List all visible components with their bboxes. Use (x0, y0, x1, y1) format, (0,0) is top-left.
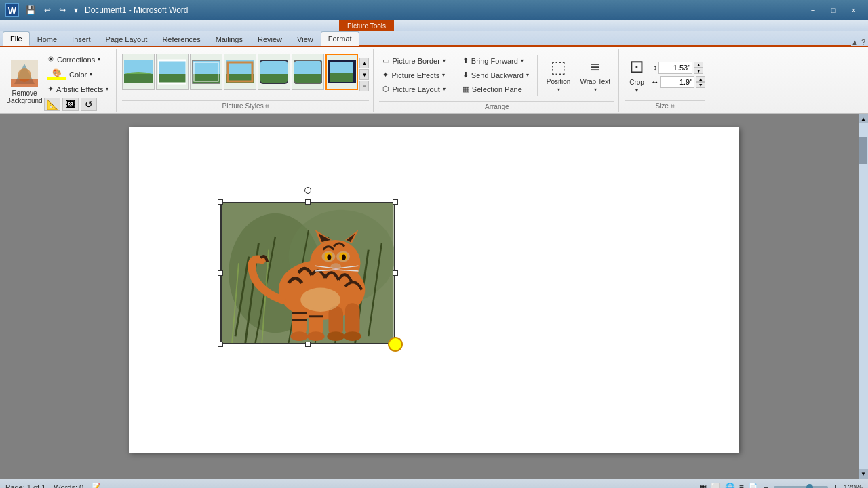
picture-styles-dialog-launcher[interactable]: ⌗ (265, 102, 269, 110)
height-spin-down[interactable]: ▼ (694, 68, 703, 74)
style-thumb-4[interactable] (224, 54, 256, 90)
scroll-track (859, 123, 868, 469)
style-thumb-1[interactable] (122, 54, 155, 90)
tab-insert[interactable]: Insert (64, 31, 98, 46)
gallery-down-button[interactable]: ▼ (359, 69, 369, 80)
maximize-button[interactable]: □ (825, 4, 842, 16)
rotate-handle[interactable] (304, 187, 311, 194)
picture-styles-group: ▲ ▼ ≡ Picture Styles ⌗ (118, 49, 374, 112)
view-web-button[interactable]: 🌐 (725, 483, 735, 489)
crop-button[interactable]: ⊡ Crop ▾ (625, 54, 649, 96)
svg-point-65 (307, 331, 325, 341)
svg-point-45 (327, 255, 331, 260)
tab-format[interactable]: Format (321, 31, 359, 46)
zoom-out-button[interactable]: − (762, 483, 770, 489)
arrange-col-1: ▭ Picture Border ▾ ✦ Picture Effects ▾ ⬡… (379, 54, 448, 96)
window-controls: − □ × (804, 4, 863, 16)
save-button[interactable]: 💾 (23, 4, 39, 16)
style-thumb-3[interactable] (190, 54, 222, 90)
handle-middle-right[interactable] (393, 270, 398, 276)
style-thumb-6[interactable] (292, 54, 324, 90)
bring-forward-icon: ⬆ (462, 56, 469, 65)
view-draft-button[interactable]: 📄 (748, 483, 758, 489)
scroll-down-button[interactable]: ▼ (859, 469, 868, 479)
send-backward-icon: ⬇ (462, 70, 469, 79)
size-content: ⊡ Crop ▾ ↕ 1.53" ▲ ▼ ↔ 1.9" (625, 50, 705, 99)
bring-forward-button[interactable]: ⬆ Bring Forward ▾ (459, 54, 532, 67)
redo-button[interactable]: ↪ (56, 4, 68, 16)
artistic-effects-button[interactable]: ✦ Artistic Effects ▾ (44, 83, 112, 96)
width-input[interactable]: 1.9" (660, 76, 694, 88)
style-thumb-5[interactable] (258, 54, 290, 90)
scroll-up-button[interactable]: ▲ (859, 114, 868, 123)
view-outline-button[interactable]: ≡ (739, 483, 744, 489)
width-spin-up[interactable]: ▲ (696, 76, 705, 82)
handle-top-left[interactable] (218, 199, 223, 205)
picture-layout-button[interactable]: ⬡ Picture Layout ▾ (379, 83, 448, 96)
ribbon-collapse-button[interactable]: ▲ (851, 38, 859, 46)
svg-rect-15 (260, 60, 288, 74)
picture-border-icon: ▭ (382, 56, 389, 65)
handle-bottom-left[interactable] (218, 342, 223, 347)
svg-rect-23 (329, 73, 355, 82)
tab-references[interactable]: References (155, 31, 208, 46)
view-full-button[interactable]: ⬜ (711, 483, 721, 489)
tiger-image-container[interactable] (220, 202, 395, 344)
undo-button[interactable]: ↩ (41, 4, 54, 16)
customize-button[interactable]: ▾ (71, 4, 81, 16)
view-print-button[interactable]: ▦ (699, 483, 707, 489)
scroll-thumb[interactable] (859, 137, 867, 164)
svg-rect-60 (345, 303, 360, 336)
selection-pane-button[interactable]: ▦ Selection Pane (459, 83, 532, 96)
wrap-text-button[interactable]: ≡ Wrap Text ▾ (576, 55, 614, 96)
document-page (129, 127, 739, 453)
width-spin-down[interactable]: ▼ (696, 82, 705, 88)
title-bar: W 💾 ↩ ↪ ▾ Document1 - Microsoft Word − □… (0, 0, 868, 20)
style-thumb-2[interactable] (156, 54, 189, 90)
minimize-button[interactable]: − (804, 4, 822, 16)
svg-rect-16 (260, 74, 288, 83)
style-thumb-7[interactable] (326, 54, 358, 90)
change-picture-button[interactable]: 🖼 (62, 98, 79, 111)
size-dialog-launcher[interactable]: ⌗ (671, 102, 675, 110)
send-backward-button[interactable]: ⬇ Send Backward ▾ (459, 68, 532, 81)
corrections-dropdown-arrow: ▾ (98, 56, 100, 62)
width-icon: ↔ (651, 77, 659, 87)
zoom-in-button[interactable]: + (832, 483, 840, 489)
handle-bottom-middle[interactable] (305, 342, 311, 347)
compress-pictures-button[interactable]: 📐 (44, 98, 60, 111)
tab-home[interactable]: Home (30, 31, 64, 46)
picture-effects-button[interactable]: ✦ Picture Effects ▾ (379, 68, 448, 81)
height-input[interactable]: 1.53" (658, 62, 692, 74)
handle-top-right[interactable] (393, 199, 398, 205)
wrap-text-arrow: ▾ (594, 87, 597, 93)
zoom-slider-thumb[interactable] (806, 484, 813, 489)
picture-effects-icon: ✦ (382, 70, 389, 79)
tab-view[interactable]: View (290, 31, 321, 46)
height-spin-up[interactable]: ▲ (694, 62, 703, 68)
close-button[interactable]: × (845, 4, 863, 16)
tab-page-layout[interactable]: Page Layout (98, 31, 155, 46)
tab-review[interactable]: Review (250, 31, 290, 46)
svg-point-64 (290, 331, 308, 341)
position-button[interactable]: ⬚ Position ▾ (542, 55, 575, 96)
yellow-resize-dot[interactable] (388, 337, 403, 352)
picture-border-button[interactable]: ▭ Picture Border ▾ (379, 54, 448, 67)
corrections-button[interactable]: ☀ Corrections ▾ (44, 53, 112, 66)
document-area: ▲ ▼ (0, 114, 868, 479)
tab-file[interactable]: File (3, 31, 30, 46)
color-button[interactable]: 🎨 Color ▾ (44, 66, 112, 82)
picture-border-arrow: ▾ (443, 58, 446, 64)
ribbon-help-button[interactable]: ? (861, 38, 865, 46)
gallery-up-button[interactable]: ▲ (359, 58, 369, 68)
size-inputs: ↕ 1.53" ▲ ▼ ↔ 1.9" ▲ ▼ (651, 62, 705, 88)
gallery-more-button[interactable]: ≡ (359, 81, 369, 92)
zoom-slider[interactable] (774, 486, 828, 489)
svg-rect-3 (11, 79, 38, 87)
tab-mailings[interactable]: Mailings (208, 31, 250, 46)
handle-middle-left[interactable] (218, 270, 223, 276)
reset-picture-button[interactable]: ↺ (81, 98, 97, 111)
svg-rect-19 (294, 74, 322, 83)
remove-background-button[interactable]: Remove Background (7, 58, 42, 106)
handle-top-middle[interactable] (305, 199, 311, 205)
